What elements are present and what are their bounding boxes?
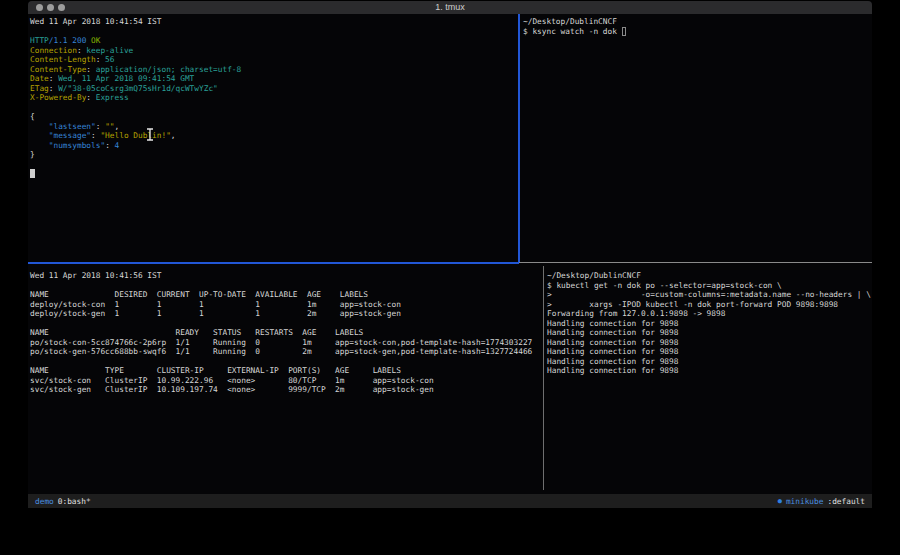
terminal-line: "message": "Hello Dublin!", [30,131,518,141]
terminal-line [30,281,543,291]
terminal-line: deploy/stock-gen 1 1 1 1 2m app=stock-ge… [30,309,543,319]
pane-kubectl-get[interactable]: Wed 11 Apr 2018 10:41:56 IST NAME DESIRE… [28,264,543,492]
terminal-line: Forwarding from 127.0.0.1:9898 -> 9898 [547,309,872,319]
tmux-window-tab[interactable]: 0:bash* [58,497,91,506]
tmux-status-bar: demo 0:bash* ●minikube:default [28,494,872,508]
terminal-line: Date: Wed, 11 Apr 2018 09:41:54 GMT [30,74,518,84]
terminal-line: > -o=custom-columns=:metadata.name --no-… [547,290,872,300]
kube-context: minikube [786,497,824,506]
terminal-line: Content-Type: application/json; charset=… [30,65,518,75]
terminal-line: NAME TYPE CLUSTER-IP EXTERNAL-IP PORT(S)… [30,366,543,376]
pane-border-vertical-bottom[interactable] [543,266,544,490]
pane-border-horizontal-inactive[interactable] [519,262,872,263]
terminal-line: HTTP/1.1 200 OK [30,36,518,46]
session-name: demo [35,497,54,506]
terminal-line: ETag: W/"38-05coCsrg3mQ75sHr1d/qcWTwYZc" [30,84,518,94]
terminal-line: Handling connection for 9898 [547,319,872,329]
terminal-line: Wed 11 Apr 2018 10:41:56 IST [30,271,543,281]
window-titlebar[interactable]: 1. tmux [28,1,872,14]
terminal-line: > xargs -IPOD kubectl -n dok port-forwar… [547,300,872,310]
terminal-line: { [30,112,518,122]
terminal-window: 1. tmux Wed 11 Apr 2018 10:41:54 IST HTT… [28,1,872,508]
terminal-line: NAME DESIRED CURRENT UP-TO-DATE AVAILABL… [30,290,543,300]
kube-namespace: :default [827,497,865,506]
terminal-line: X-Powered-By: Express [30,93,518,103]
terminal-line: svc/stock-gen ClusterIP 10.109.197.74 <n… [30,385,543,395]
terminal-line: Content-Length: 56 [30,55,518,65]
terminal-line: deploy/stock-con 1 1 1 1 1m app=stock-co… [30,300,543,310]
terminal-line [30,103,518,113]
pane-ksync-watch[interactable]: ~/Desktop/DublinCNCF$ ksync watch -n dok [521,14,872,262]
terminal-line: $ ksync watch -n dok [523,27,872,37]
terminal-line [30,160,518,170]
terminal-line [30,319,543,329]
pane-http-response[interactable]: Wed 11 Apr 2018 10:41:54 IST HTTP/1.1 20… [28,14,518,262]
window-title: 1. tmux [28,2,872,12]
terminal-line [30,169,518,179]
terminal-line: Connection: keep-alive [30,46,518,56]
terminal-line: svc/stock-con ClusterIP 10.99.222.96 <no… [30,376,543,386]
terminal-line: po/stock-gen-576cc688bb-swqf6 1/1 Runnin… [30,347,543,357]
terminal-line: "lastseen": "", [30,122,518,132]
kubernetes-icon: ● [778,497,782,505]
terminal-line: } [30,150,518,160]
status-left: demo 0:bash* [35,497,91,506]
pane-border-vertical-top[interactable] [518,14,520,263]
terminal-line: Handling connection for 9898 [547,328,872,338]
terminal-line: "numsymbols": 4 [30,141,518,151]
terminal-line: $ kubectl get -n dok po --selector=app=s… [547,281,872,291]
terminal-line: Handling connection for 9898 [547,357,872,367]
terminal-line: NAME READY STATUS RESTARTS AGE LABELS [30,328,543,338]
terminal-line [30,357,543,367]
terminal-line: Handling connection for 9898 [547,338,872,348]
terminal-line: Handling connection for 9898 [547,347,872,357]
status-right: ●minikube:default [778,497,865,506]
mouse-ibeam-cursor [146,126,154,139]
terminal-line: ~/Desktop/DublinCNCF [523,17,872,27]
terminal-line: ~/Desktop/DublinCNCF [547,271,872,281]
terminal-line: Wed 11 Apr 2018 10:41:54 IST [30,17,518,27]
terminal-line: po/stock-con-5cc874766c-2p6rp 1/1 Runnin… [30,338,543,348]
terminal-line [30,27,518,37]
pane-port-forward[interactable]: ~/Desktop/DublinCNCF$ kubectl get -n dok… [545,264,872,492]
terminal-line: Handling connection for 9898 [547,366,872,376]
